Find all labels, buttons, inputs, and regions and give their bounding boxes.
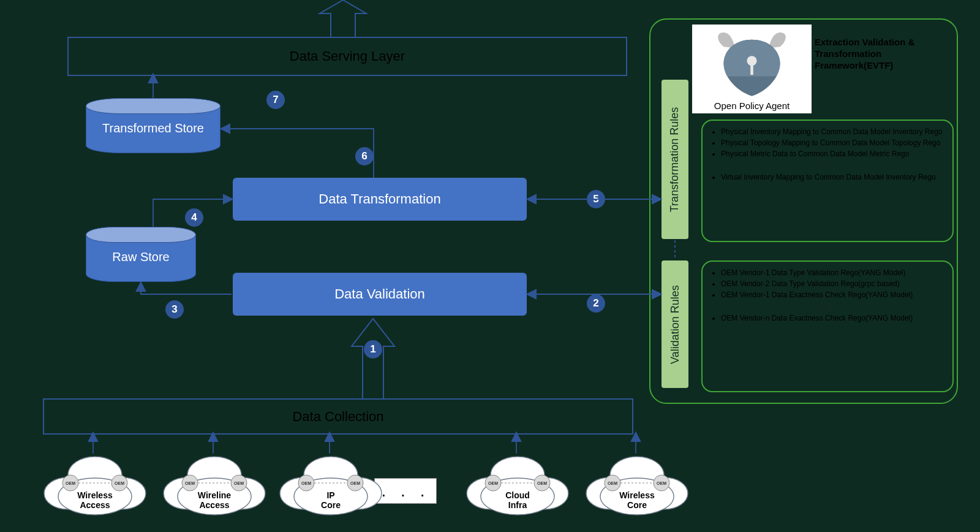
transformation-rules-list: Physical Inventory Mapping to Common Dat… — [701, 120, 954, 242]
rule-item: OEM Vendor-2 Data Type Validation Rego(g… — [721, 279, 948, 289]
opa-caption: Open Policy Agent — [692, 101, 812, 111]
layer-label: Data Serving Layer — [290, 48, 405, 64]
process-label: Data Transformation — [318, 191, 440, 207]
step-badge-3: 3 — [165, 300, 184, 319]
step-badge-2: 2 — [587, 294, 605, 313]
svg-text:OEM: OEM — [234, 481, 244, 485]
svg-text:OEM: OEM — [301, 481, 311, 485]
cloud-cloud-infra: OEM OEM CloudInfra — [459, 441, 576, 521]
svg-text:OEM: OEM — [115, 481, 124, 485]
rule-item: Physical Topology Mapping to Common Data… — [721, 138, 948, 148]
validation-rules-list: OEM Vendor-1 Data Type Validation Rego(Y… — [701, 260, 954, 392]
step-badge-7: 7 — [266, 91, 285, 109]
layer-label: Data Collection — [292, 409, 383, 425]
ellipsis: ⋮ — [715, 162, 948, 170]
cloud-wireless-access: OEM OEM WirelessAccess — [37, 441, 153, 521]
rule-item: OEM Vendor-1 Data Type Validation Rego(Y… — [721, 268, 948, 278]
data-transformation: Data Transformation — [233, 178, 527, 221]
svg-rect-1 — [750, 63, 753, 75]
raw-store: Raw Store — [86, 227, 196, 282]
rule-item: OEM Vendor-1 Data Exactness Check Rego(Y… — [721, 290, 948, 300]
rule-item: OEM Vendor-n Data Exactness Check Rego(Y… — [721, 313, 948, 323]
rule-item: Physical Metric Data to Common Data Mode… — [721, 149, 948, 159]
step-badge-1: 1 — [364, 340, 382, 359]
step-badge-6: 6 — [355, 147, 374, 165]
svg-text:OEM: OEM — [185, 481, 195, 485]
process-label: Data Validation — [334, 286, 425, 302]
validation-rules-box: Validation Rules — [662, 260, 688, 388]
cloud-ip-core: OEM OEM IPCore — [273, 441, 389, 521]
data-collection: Data Collection — [43, 398, 633, 435]
svg-text:OEM: OEM — [488, 481, 498, 485]
opa-logo: Open Policy Agent — [692, 25, 812, 113]
store-label: Transformed Store — [86, 121, 221, 135]
rule-item: Physical Inventory Mapping to Common Dat… — [721, 127, 948, 137]
cloud-wireline-access: OEM OEM WirelineAccess — [156, 441, 273, 521]
step-badge-4: 4 — [185, 208, 203, 227]
rules-label: Transformation Rules — [669, 107, 682, 211]
svg-text:OEM: OEM — [608, 481, 617, 485]
store-label: Raw Store — [86, 250, 196, 264]
svg-text:OEM: OEM — [350, 481, 360, 485]
data-validation: Data Validation — [233, 273, 527, 316]
svg-text:OEM: OEM — [537, 481, 547, 485]
transformation-rules-box: Transformation Rules — [662, 80, 688, 239]
rule-item: Virtual Inventory Mapping to Common Data… — [721, 172, 948, 182]
cloud-wireless-core: OEM OEM WirelessCore — [579, 441, 695, 521]
rules-label: Validation Rules — [669, 285, 682, 364]
svg-text:OEM: OEM — [657, 481, 666, 485]
evtf-title: Extraction Validation & Transformation F… — [815, 37, 943, 71]
transformed-store: Transformed Store — [86, 98, 221, 153]
ellipsis: ⋮ — [715, 303, 948, 311]
step-badge-5: 5 — [587, 190, 605, 208]
data-serving-layer: Data Serving Layer — [67, 37, 627, 76]
svg-text:OEM: OEM — [66, 481, 75, 485]
